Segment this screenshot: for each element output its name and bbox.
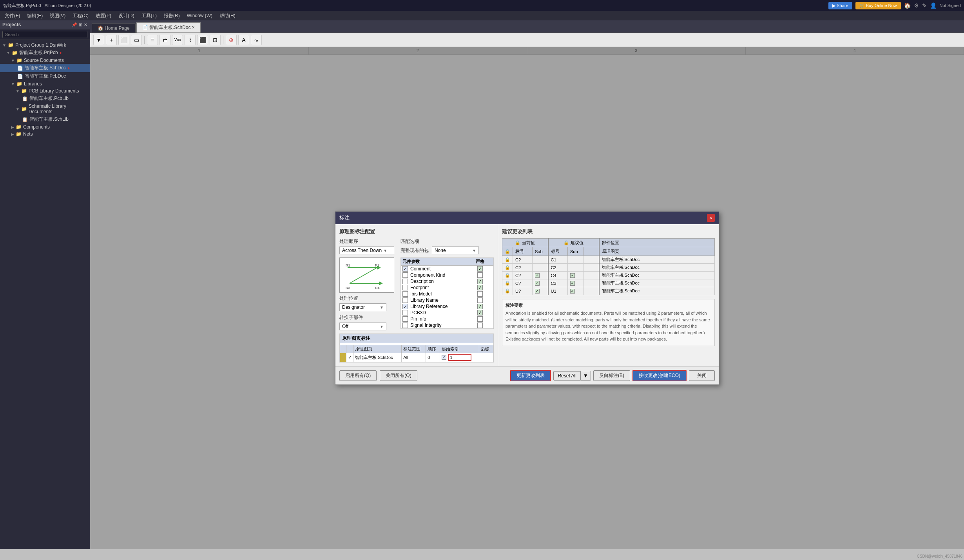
- sidebar-item-pcbdoc[interactable]: 📄 智能车主板.PcbDoc: [0, 72, 90, 80]
- row4-suggest-check[interactable]: ✓: [570, 281, 575, 286]
- comp-button[interactable]: ⊡: [210, 35, 221, 45]
- tab-schdoc[interactable]: 📄 智能车主板.SchDoc ×: [136, 22, 201, 33]
- menu-edit[interactable]: 编辑(E): [24, 12, 46, 20]
- close-button[interactable]: 关闭: [689, 370, 715, 381]
- row4-lock[interactable]: 🔒: [502, 279, 513, 287]
- param-libname-strict[interactable]: [477, 297, 483, 303]
- param-pcb3d-strict[interactable]: ✓: [477, 310, 483, 315]
- annot-col-range: 标注范围: [402, 345, 426, 353]
- param-fp-strict[interactable]: ✓: [477, 285, 483, 290]
- tab-homepage[interactable]: 🏠 Home Page: [92, 24, 136, 33]
- suggest-designator-header: 标号: [548, 247, 568, 256]
- param-libref-check[interactable]: ✓: [402, 304, 408, 309]
- sidebar-item-schlib[interactable]: 📋 智能车主板.SchLib: [0, 115, 90, 123]
- complete-packages-dropdown[interactable]: None ▼: [432, 246, 479, 254]
- param-libname-check[interactable]: [402, 297, 408, 303]
- menu-file[interactable]: 文件(F): [2, 12, 23, 20]
- processing-order-dropdown[interactable]: Across Then Down ▼: [339, 246, 394, 254]
- sidebar-item-libraries[interactable]: ▼ 📁 Libraries: [0, 80, 90, 87]
- buy-button[interactable]: 🛒 Buy Online Now: [855, 2, 901, 9]
- menu-tools[interactable]: 工具(T): [138, 12, 160, 20]
- param-signal-strict[interactable]: [477, 323, 483, 328]
- sidebar-item-project[interactable]: ▼ 📁 智能车主板.PrjPcb ●: [0, 49, 90, 57]
- menu-report[interactable]: 报告(R): [161, 12, 183, 20]
- menu-design[interactable]: 设计(D): [115, 12, 138, 20]
- menu-place[interactable]: 放置(P): [92, 12, 114, 20]
- row5-lock[interactable]: 🔒: [502, 287, 513, 295]
- annot-enabled-cell[interactable]: ✓: [346, 353, 353, 362]
- flip-button[interactable]: ⇄: [159, 35, 170, 45]
- reset-all-button[interactable]: Reset All: [553, 371, 580, 381]
- row3-check[interactable]: ✓: [535, 273, 540, 278]
- search-input[interactable]: [2, 31, 87, 38]
- param-desc-label: Description: [410, 279, 466, 284]
- sidebar-item-project-group[interactable]: ▼ 📁 Project Group 1.DsnWrk: [0, 42, 90, 49]
- enable-all-button[interactable]: 启用所有(Q): [339, 370, 377, 381]
- param-pininfo-strict[interactable]: [477, 316, 483, 322]
- text-button[interactable]: A: [238, 35, 249, 45]
- param-ck-check[interactable]: [402, 272, 408, 278]
- reverse-annotate-button[interactable]: 反向标注(B): [593, 370, 630, 381]
- rect-button[interactable]: ⬜: [118, 35, 129, 45]
- sidebar-item-pcb-lib-docs[interactable]: ▼ 📁 PCB Library Documents: [0, 87, 90, 94]
- param-ibis-strict[interactable]: [477, 291, 483, 297]
- param-libref-strict[interactable]: ✓: [477, 304, 483, 309]
- param-pininfo-check[interactable]: [402, 316, 408, 322]
- param-fp-check[interactable]: [402, 285, 408, 290]
- param-desc-check[interactable]: [402, 279, 408, 284]
- sidebar-item-components[interactable]: ▶ 📁 Components: [0, 123, 90, 130]
- sidebar-item-nets[interactable]: ▶ 📁 Nets: [0, 130, 90, 138]
- user-icon[interactable]: 👤: [930, 2, 937, 9]
- row1-suggest-sub2: [583, 256, 599, 264]
- sidebar-item-source-docs[interactable]: ▼ 📁 Source Documents: [0, 57, 90, 64]
- row4-check[interactable]: ✓: [535, 281, 540, 286]
- arc-button[interactable]: ∿: [251, 35, 262, 45]
- menu-view[interactable]: 视图(V): [47, 12, 69, 20]
- edit-icon[interactable]: ✎: [922, 2, 927, 9]
- pin-icon[interactable]: 📌: [72, 22, 77, 27]
- row5-suggest-check[interactable]: ✓: [570, 289, 575, 294]
- param-ck-strict[interactable]: [477, 272, 483, 278]
- lock-col-header: 🔒: [502, 247, 513, 256]
- start-index-input[interactable]: [448, 354, 471, 361]
- row3-suggest-check[interactable]: ✓: [570, 273, 575, 278]
- annot-startidx-check[interactable]: ✓: [442, 355, 446, 360]
- filter-button[interactable]: ▼: [93, 35, 104, 45]
- align-button[interactable]: ≡: [147, 35, 158, 45]
- disable-all-button[interactable]: 关闭所有(Q): [380, 370, 417, 381]
- param-desc-strict[interactable]: ✓: [477, 279, 483, 284]
- accept-changes-button[interactable]: 接收更改(创建ECO): [632, 370, 687, 381]
- row2-lock[interactable]: 🔒: [502, 264, 513, 272]
- power-button[interactable]: ⊕: [226, 35, 237, 45]
- param-pcb3d-check[interactable]: [402, 310, 408, 315]
- row3-lock[interactable]: 🔒: [502, 272, 513, 279]
- sidebar-item-pcblib[interactable]: 📋 智能车主板.PcbLib: [0, 94, 90, 103]
- menu-help[interactable]: 帮助(H): [216, 12, 239, 20]
- close-sidebar-icon[interactable]: ✕: [84, 22, 87, 27]
- add-button[interactable]: +: [106, 35, 117, 45]
- reset-dropdown-button[interactable]: ▼: [581, 371, 591, 381]
- home-icon[interactable]: 🏠: [904, 2, 911, 9]
- dialog-close-button[interactable]: ×: [707, 214, 715, 222]
- param-signal-label: Signal Integrity: [410, 323, 466, 328]
- vcc-button[interactable]: Vcc: [172, 35, 183, 45]
- param-ibis-check[interactable]: [402, 291, 408, 297]
- menu-window[interactable]: Window (W): [184, 12, 216, 19]
- ic-button[interactable]: ⬛: [197, 35, 208, 45]
- param-signal-check[interactable]: [402, 323, 408, 328]
- param-comment-strict[interactable]: ✓: [477, 266, 483, 272]
- param-comment-check[interactable]: ✓: [402, 266, 408, 272]
- processing-position-dropdown[interactable]: Designator ▼: [339, 303, 386, 311]
- rect2-button[interactable]: ▭: [131, 35, 142, 45]
- layout-icon[interactable]: ⊞: [79, 22, 82, 27]
- row5-check[interactable]: ✓: [535, 289, 540, 294]
- update-list-button[interactable]: 更新更改列表: [510, 370, 551, 381]
- sidebar-item-schdoc[interactable]: 📄 智能车主板.SchDoc ●: [0, 64, 90, 72]
- share-button[interactable]: ▶ Share: [828, 2, 852, 9]
- sidebar-item-sch-lib-docs[interactable]: ▼ 📁 Schematic Library Documents: [0, 103, 90, 115]
- settings-icon[interactable]: ⚙: [914, 2, 919, 9]
- menu-project[interactable]: 工程(C): [69, 12, 92, 20]
- wire-button[interactable]: ⌇: [185, 35, 196, 45]
- sub-parts-dropdown[interactable]: Off ▼: [339, 323, 386, 330]
- row1-lock[interactable]: 🔒: [502, 256, 513, 264]
